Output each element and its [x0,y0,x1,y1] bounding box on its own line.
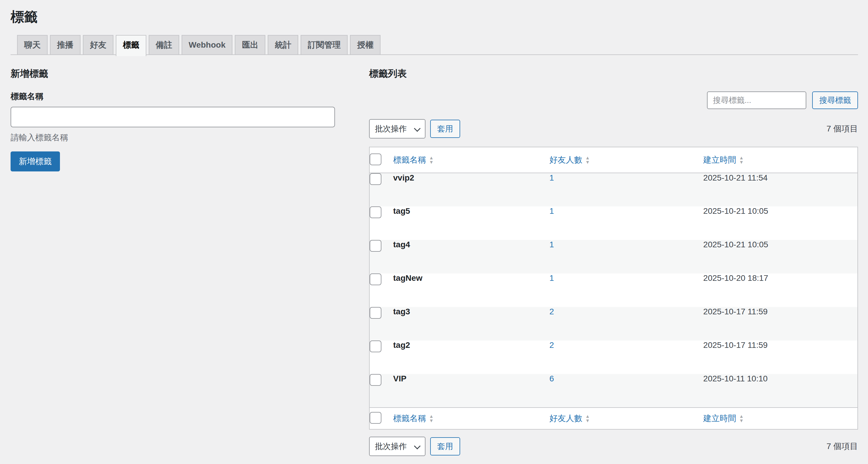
table-row: tag5 1 2025-10-21 10:05 [369,206,858,240]
sort-by-friends[interactable]: 好友人數 ▲▼ [550,413,590,424]
table-row: tagNew 1 2025-10-20 18:17 [369,273,858,307]
friend-count-link[interactable]: 6 [550,374,554,383]
row-checkbox[interactable] [370,173,381,185]
sort-by-name[interactable]: 標籤名稱 ▲▼ [393,413,434,424]
table-row: tag4 1 2025-10-21 10:05 [369,240,858,273]
content: 新增標籤 標籤名稱 請輸入標籤名稱 新增標籤 標籤列表 搜尋標籤 批次操作 套用 [10,67,858,456]
row-checkbox[interactable] [370,341,381,352]
tag-name: tag4 [393,240,410,249]
bulk-actions-top: 批次操作 套用 7 個項目 [369,119,858,139]
bulk-select-wrap: 批次操作 [369,437,426,456]
item-count: 7 個項目 [827,441,858,452]
sort-arrows-icon: ▲▼ [739,155,744,164]
row-checkbox[interactable] [370,374,381,386]
friend-count-link[interactable]: 1 [550,240,554,249]
sort-arrows-icon: ▲▼ [585,414,590,423]
page-title: 標籤 [10,9,858,25]
sort-by-created[interactable]: 建立時間 ▲▼ [703,154,744,166]
item-count: 7 個項目 [827,123,858,134]
row-checkbox[interactable] [370,240,381,252]
friend-count-link[interactable]: 2 [550,341,554,350]
created-time: 2025-10-17 11:59 [703,307,768,316]
tag-list-panel: 標籤列表 搜尋標籤 批次操作 套用 7 個項目 [369,67,858,456]
select-all-checkbox[interactable] [370,412,381,424]
table-body: vvip2 1 2025-10-21 11:54 tag5 1 2025-10-… [369,173,858,408]
sort-by-created[interactable]: 建立時間 ▲▼ [703,413,744,424]
sort-by-name[interactable]: 標籤名稱 ▲▼ [393,154,434,166]
bulk-select-wrap: 批次操作 [369,119,426,139]
tag-name: tag5 [393,206,410,215]
tab-bar: 聊天推播好友標籤備註Webhook匯出統計訂閱管理授權 [10,35,858,55]
table-header: 標籤名稱 ▲▼ 好友人數 ▲▼ 建立時間 [369,147,858,173]
apply-button[interactable]: 套用 [430,120,460,138]
friend-count-link[interactable]: 1 [550,273,554,283]
add-tag-button[interactable]: 新增標籤 [10,151,60,171]
sort-arrows-icon: ▲▼ [585,155,590,164]
bulk-action-select[interactable]: 批次操作 [369,119,426,139]
select-all-checkbox[interactable] [370,153,381,165]
created-time: 2025-10-11 10:10 [703,374,768,383]
tab-7[interactable]: 統計 [268,35,298,55]
add-tag-panel: 新增標籤 標籤名稱 請輸入標籤名稱 新增標籤 [10,67,335,456]
tab-1[interactable]: 推播 [50,35,81,55]
page: 標籤 聊天推播好友標籤備註Webhook匯出統計訂閱管理授權 新增標籤 標籤名稱… [0,0,868,456]
tab-0[interactable]: 聊天 [17,35,48,55]
tag-name: tag2 [393,341,410,350]
tag-name-input[interactable] [10,107,335,127]
tab-3[interactable]: 標籤 [116,35,146,56]
created-time: 2025-10-21 10:05 [703,240,768,249]
sort-arrows-icon: ▲▼ [739,414,744,423]
bulk-actions-bottom: 批次操作 套用 7 個項目 [369,437,858,456]
search-row: 搜尋標籤 [369,91,858,109]
tag-table: 標籤名稱 ▲▼ 好友人數 ▲▼ 建立時間 [369,147,858,430]
created-time: 2025-10-21 11:54 [703,173,768,182]
table-row: tag3 2 2025-10-17 11:59 [369,307,858,341]
created-time: 2025-10-20 18:17 [703,273,768,283]
created-time: 2025-10-21 10:05 [703,206,768,215]
tab-9[interactable]: 授權 [350,35,380,55]
tag-name: vvip2 [393,173,414,182]
tag-name-label: 標籤名稱 [10,91,335,102]
tab-6[interactable]: 匯出 [235,35,265,55]
search-button[interactable]: 搜尋標籤 [812,91,858,109]
search-input[interactable] [707,91,806,109]
table-row: vvip2 1 2025-10-21 11:54 [369,173,858,206]
tab-4[interactable]: 備註 [149,35,179,55]
tag-name: tag3 [393,307,410,316]
tag-name: VIP [393,374,406,383]
table-footer-header: 標籤名稱 ▲▼ 好友人數 ▲▼ 建立時間 [369,408,858,429]
sort-by-friends[interactable]: 好友人數 ▲▼ [550,154,590,166]
tag-list-heading: 標籤列表 [369,67,858,80]
friend-count-link[interactable]: 1 [550,173,554,182]
sort-arrows-icon: ▲▼ [429,155,434,164]
tag-name: tagNew [393,273,423,283]
tag-name-helper: 請輸入標籤名稱 [10,132,335,143]
table-row: VIP 6 2025-10-11 10:10 [369,374,858,408]
sort-arrows-icon: ▲▼ [429,414,434,423]
row-checkbox[interactable] [370,273,381,285]
apply-button[interactable]: 套用 [430,437,460,456]
friend-count-link[interactable]: 2 [550,307,554,316]
add-tag-heading: 新增標籤 [10,67,335,80]
friend-count-link[interactable]: 1 [550,206,554,215]
bulk-action-select[interactable]: 批次操作 [369,437,426,456]
tab-8[interactable]: 訂閱管理 [301,35,348,55]
tab-2[interactable]: 好友 [83,35,114,55]
row-checkbox[interactable] [370,206,381,218]
created-time: 2025-10-17 11:59 [703,341,768,350]
tab-5[interactable]: Webhook [182,35,232,55]
row-checkbox[interactable] [370,307,381,319]
table-row: tag2 2 2025-10-17 11:59 [369,341,858,374]
